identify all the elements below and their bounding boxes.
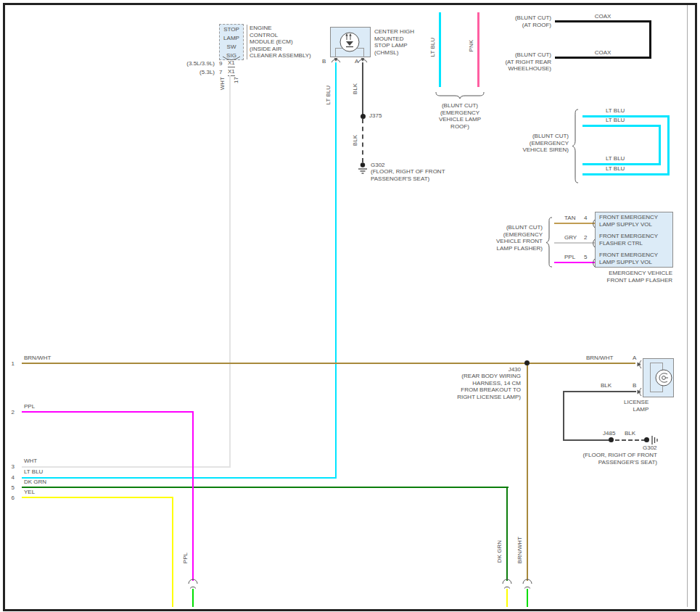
- chmsl-pin-b: B: [322, 58, 326, 65]
- bus-label-6: YEL: [24, 489, 35, 496]
- wire-dkgrn-vertical: [506, 487, 508, 581]
- led-lamp-icon: [339, 30, 361, 52]
- bus-label-4: LT BLU: [24, 468, 43, 476]
- wire-brnwht-vertical: [527, 363, 528, 581]
- wire-siren-2-label: LT BLU: [606, 117, 625, 124]
- wire-tan-label: TAN: [564, 215, 575, 222]
- wire-ppl-horizontal: [22, 411, 194, 413]
- ground-symbol-chmsl: [358, 162, 368, 174]
- wire-yel-horizontal: [22, 497, 173, 498]
- wire-siren-4: [582, 173, 670, 175]
- license-pin-a-arc: [636, 360, 642, 369]
- bus-num-6: 6: [6, 495, 15, 502]
- flasher-fn-1: FRONT EMERGENCY LAMP SUPPLY VOL: [599, 214, 658, 228]
- wire-coax-bottom: [555, 57, 651, 59]
- splice-j430-note: (REAR BODY WIRING HARNESS, 14 CM FROM BR…: [435, 373, 521, 400]
- wire-brnwht-vertical-label: BRN/WHT: [516, 537, 523, 563]
- bus-label-3: WHT: [24, 458, 37, 465]
- coax-top-note: (BLUNT CUT) (AT ROOF): [479, 15, 551, 28]
- ecm-box-label: STOP LAMP SW SIG: [219, 25, 244, 60]
- wire-yel-bottom-right: [506, 589, 508, 607]
- wire-blk-dashed-horizontal: [615, 439, 646, 441]
- wire-siren-vert-outer: [667, 115, 670, 175]
- bus-label-2: PPL: [24, 403, 35, 410]
- coax-bottom-label: COAX: [580, 49, 625, 57]
- bulb-lamp-icon: [654, 368, 673, 387]
- wire-blk-license-label: BLK: [601, 382, 612, 389]
- wire-siren-2: [582, 125, 661, 127]
- wiring-diagram: STOP LAMP SW SIG ENGINE CONTROL MODULE (…: [0, 0, 700, 612]
- ecm-pin9: 9: [219, 60, 222, 67]
- wire-ltblu-roof-label: LT BLU: [429, 38, 436, 57]
- ecm-conn-x1-a: X1: [228, 59, 235, 67]
- wire-brnwht-license-label: BRN/WHT: [586, 355, 613, 362]
- siren-blunt-note: (BLUNT CUT) (EMERGENCY VEHICLE SIREN): [482, 133, 569, 154]
- wire-blk-label-upper: BLK: [352, 83, 358, 94]
- ground-g302-license-location: (FLOOR, RIGHT OF FRONT PASSENGER'S SEAT): [548, 452, 657, 466]
- wire-blk-dashed-vertical: [362, 119, 363, 162]
- ecm-engine2-label: (5.3L): [173, 69, 215, 76]
- wire-siren-1: [582, 115, 670, 117]
- wire-blk-dashed-label: BLK: [625, 430, 635, 437]
- flasher-blunt-note: (BLUNT CUT) (EMERGENCY VEHICLE FRONT LAM…: [461, 224, 543, 252]
- bus-num-5: 5: [6, 484, 15, 492]
- wire-siren-4-label: LT BLU: [606, 165, 625, 173]
- wire-tan: [554, 223, 595, 224]
- roof-brace: [435, 91, 485, 99]
- ground-g302-license-dot: [644, 437, 649, 442]
- wire-wht-label: WHT: [219, 77, 226, 90]
- wire-yel-vertical: [172, 497, 173, 607]
- bus-num-2: 2: [6, 409, 15, 416]
- wire-siren-vert-inner: [659, 125, 661, 165]
- flasher-title: EMERGENCY VEHICLE FRONT LAMP FLASHER: [580, 270, 672, 284]
- wire-blk-label-lower: BLK: [352, 135, 358, 146]
- inner-border-line: [687, 5, 688, 607]
- wire-wht-vertical: [229, 75, 231, 468]
- ecm-conn-x1-b: X1: [228, 68, 235, 76]
- wire-ltblu-chmsl-vertical: [335, 62, 337, 479]
- license-lamp-title: LICENSE LAMP: [624, 399, 648, 413]
- flasher-brace: [545, 217, 553, 268]
- wire-pnk-label: PNK: [468, 40, 474, 51]
- wire-grn-bottom-right: [527, 589, 528, 607]
- ecm-engine1-label: (3.5L/3.9L): [173, 60, 215, 67]
- bus-label-5: DK GRN: [24, 479, 46, 486]
- chmsl-pin-b-arc: [331, 57, 341, 62]
- siren-brace: [572, 109, 579, 183]
- wire-blk-vertical: [362, 62, 363, 116]
- ground-g302-license-label: G302: [643, 444, 657, 452]
- ecm-pin7: 7: [219, 69, 222, 76]
- splice-j430-dot: [524, 360, 530, 365]
- inline-connector-brnwht: [522, 579, 532, 589]
- bus-num-1: 1: [6, 360, 15, 368]
- wire-ppl-label: PPL: [564, 254, 575, 261]
- license-pin-b-arc: [636, 387, 642, 397]
- wire-ppl-vertical-label: PPL: [182, 553, 189, 563]
- flasher-fn-2: FRONT EMERGENCY FLASHER CTRL: [599, 233, 658, 247]
- wire-blk-to-j485: [563, 439, 612, 441]
- wire-blk-license-vertical: [563, 391, 564, 441]
- wire-blk-license-horizontal: [563, 391, 636, 392]
- coax-top-label: COAX: [580, 13, 625, 20]
- wire-coax-top: [555, 20, 651, 22]
- splice-j485-label: J485: [603, 430, 615, 437]
- wire-wht-horizontal: [22, 466, 231, 468]
- wire-gry: [554, 242, 595, 244]
- wire-coax-vertical: [649, 20, 651, 59]
- wire-ppl-vertical: [192, 411, 194, 581]
- wire-brnwht-horizontal: [22, 363, 635, 364]
- wire-ppl-flasher: [554, 262, 595, 263]
- inline-connector-ppl: [188, 579, 198, 589]
- wire-ltblu-horizontal: [22, 477, 337, 479]
- ground-g302-location: (FLOOR, RIGHT OF FRONT PASSENGER'S SEAT): [371, 168, 445, 182]
- inline-connector-dkgrn: [502, 579, 512, 589]
- splice-j375-dot: [361, 114, 366, 119]
- wire-siren-1-label: LT BLU: [606, 107, 625, 115]
- wire-dkgrn-vertical-label: DK GRN: [496, 540, 503, 563]
- bus-num-3: 3: [6, 463, 15, 471]
- flasher-pin-5: 5: [584, 254, 587, 261]
- wire-dkgrn-horizontal: [22, 487, 508, 488]
- wire-ltblu-roof: [439, 12, 441, 87]
- wire-ltblu-label: LT BLU: [325, 86, 332, 104]
- wire-grn-bottom-left: [192, 589, 194, 607]
